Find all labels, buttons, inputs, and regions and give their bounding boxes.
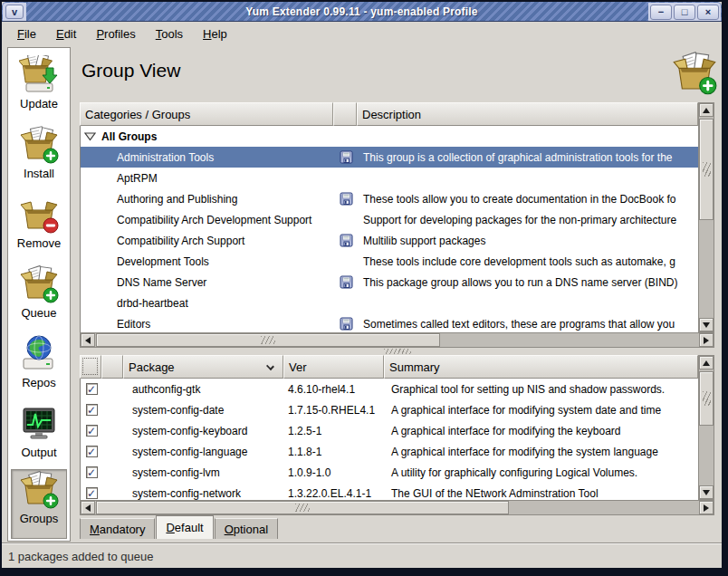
menu-profiles[interactable]: Profiles [86,24,145,43]
group-row[interactable]: Compatibility Arch Development SupportSu… [81,209,698,230]
tab-default[interactable]: Default [156,515,213,539]
focus-rectangle [82,358,98,375]
column-header-summary[interactable]: Summary [384,355,698,379]
sidebar-item-label: Repos [22,376,56,389]
group-row[interactable]: AptRPM [81,168,698,188]
sidebar-item-update[interactable]: Update [11,55,67,122]
sidebar-item-groups[interactable]: Groups [11,469,67,539]
package-row[interactable]: ✓system-config-network1.3.22.0.EL.4.1-1T… [81,483,698,500]
tree-scroll-right-button[interactable] [699,333,714,347]
group-label: Compatibility Arch Development Support [117,214,311,226]
column-header-package-icon[interactable] [101,355,123,379]
group-icon-cell [334,168,358,188]
menu-file[interactable]: File [7,24,46,43]
statusbar-text: 1 packages added to queue [8,550,153,563]
package-checkbox[interactable]: ✓ [86,425,98,437]
package-row[interactable]: ✓authconfig-gtk4.6.10-rhel4.1Graphical t… [81,379,698,399]
thumb-grip-icon [261,336,275,344]
column-header-description[interactable]: Description [357,102,698,126]
group-row[interactable]: Administration ToolsThis group is a coll… [81,147,698,168]
floppy-disk-icon [334,272,358,293]
group-label: Editors [117,318,150,331]
package-scroll-right-button[interactable] [699,501,714,514]
menu-tools[interactable]: Tools [146,24,193,43]
group-icon-cell [334,293,358,313]
column-header-select-all[interactable] [80,355,101,379]
group-row[interactable]: Compatibility Arch SupportMultilib suppo… [81,230,698,251]
package-row[interactable]: ✓system-config-keyboard1.2.5-1A graphica… [81,420,698,441]
package-checkbox[interactable]: ✓ [86,383,98,395]
group-row[interactable]: drbd-heartbeat [81,293,698,313]
titlebar-left-area: v [3,3,26,21]
package-checkbox[interactable]: ✓ [86,404,98,416]
minimize-button[interactable]: − [650,5,672,20]
column-header-ver[interactable]: Ver [283,355,384,379]
column-header-categories-groups[interactable]: Categories / Groups [80,102,333,126]
maximize-button[interactable]: □ [674,5,695,20]
groups-icon [672,51,717,96]
package-scroll-left-button[interactable] [81,501,95,514]
arrow-down-icon [703,322,710,328]
package-row[interactable]: ✓system-config-date1.7.15-0.RHEL4.1A gra… [81,399,698,420]
package-version: 1.0.9-1.0 [284,466,385,479]
package-summary: A utility for graphically configuring Lo… [385,466,698,479]
package-horizontal-scrollbar[interactable] [80,500,714,515]
package-checkbox[interactable]: ✓ [86,446,98,457]
window-menu-button[interactable]: v [5,5,24,19]
package-checkbox[interactable]: ✓ [86,487,98,499]
column-header-group-icon[interactable] [333,102,357,126]
group-row[interactable]: EditorsSometimes called text editors, th… [81,313,698,332]
menu-edit[interactable]: Edit [46,24,86,43]
sidebar: UpdateInstallRemoveQueueReposOutputGroup… [7,47,71,542]
package-summary: A graphical interface for modifying the … [385,446,698,458]
floppy-disk-icon [334,313,358,332]
page-title: Group View [81,60,180,82]
tree-scroll-left-button[interactable] [81,333,95,347]
menu-help[interactable]: Help [193,24,237,43]
package-horizontal-scroll-thumb[interactable] [96,501,509,514]
expander-open-icon[interactable] [84,131,96,141]
sidebar-item-repos[interactable]: Repos [11,334,67,401]
close-button[interactable]: × [697,5,719,20]
package-row[interactable]: ✓system-config-language1.1.8-1A graphica… [81,441,698,462]
sidebar-item-queue[interactable]: Queue [11,264,67,331]
package-row[interactable]: ✓system-config-lvm1.0.9-1.0A utility for… [81,462,698,483]
tree-vertical-scroll-thumb[interactable] [699,119,714,220]
package-scroll-down-button[interactable] [699,485,714,499]
group-tree-header: Categories / Groups Description [80,102,698,126]
tree-horizontal-scroll-thumb[interactable] [96,333,440,347]
group-description [358,293,698,313]
window-frame [0,568,728,576]
package-checkbox[interactable]: ✓ [86,466,98,478]
package-name: authconfig-gtk [124,383,284,396]
titlebar[interactable]: Yum Extender 0.99.11 - yum-enabled Profi… [2,2,722,22]
package-scroll-up-button[interactable] [699,356,714,370]
arrow-right-icon [704,504,709,512]
remove-icon [19,195,59,235]
tree-vertical-scrollbar[interactable] [698,102,714,332]
group-description: This package group allows you to run a D… [358,272,698,293]
package-vertical-scrollbar[interactable] [698,355,714,500]
group-icon-cell [334,209,358,230]
window-frame [0,0,728,2]
tree-horizontal-scrollbar[interactable] [80,332,714,348]
package-type-tabs: MandatoryDefaultOptional [80,515,279,539]
arrow-up-icon [703,360,710,366]
sidebar-item-install[interactable]: Install [11,125,67,192]
sidebar-item-output[interactable]: Output [11,404,67,471]
group-name-cell: Editors [81,313,334,332]
sort-descending-icon [266,362,274,370]
column-header-package[interactable]: Package [123,355,283,379]
group-description: These tools include core development too… [358,251,698,272]
group-row[interactable]: All Groups [81,126,698,147]
tab-optional[interactable]: Optional [215,518,278,539]
tab-mandatory[interactable]: Mandatory [80,518,155,539]
pane-splitter[interactable] [80,348,714,355]
tree-scroll-up-button[interactable] [699,103,714,117]
sidebar-item-remove[interactable]: Remove [11,195,67,262]
package-vertical-scroll-thumb[interactable] [699,371,714,426]
tree-scroll-down-button[interactable] [699,318,714,331]
group-row[interactable]: Authoring and PublishingThese tools allo… [81,188,698,209]
group-row[interactable]: DNS Name ServerThis package group allows… [81,272,698,293]
group-row[interactable]: Development ToolsThese tools include cor… [81,251,698,272]
